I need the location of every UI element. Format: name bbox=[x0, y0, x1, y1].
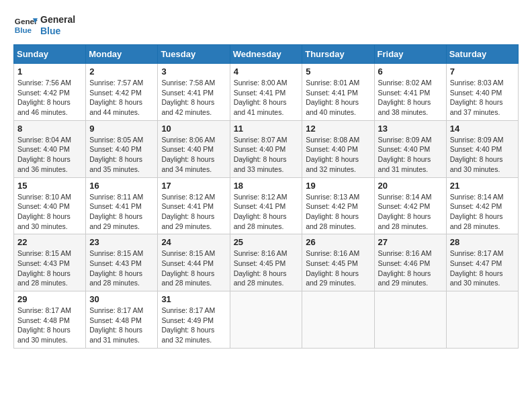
calendar-day-cell: 18Sunrise: 8:12 AM Sunset: 4:41 PM Dayli… bbox=[230, 177, 302, 234]
calendar-day-cell: 1Sunrise: 7:56 AM Sunset: 4:42 PM Daylig… bbox=[14, 64, 86, 121]
day-info: Sunrise: 8:16 AM Sunset: 4:45 PM Dayligh… bbox=[234, 248, 299, 288]
day-number: 21 bbox=[450, 181, 515, 191]
day-info: Sunrise: 8:14 AM Sunset: 4:42 PM Dayligh… bbox=[450, 192, 515, 232]
day-number: 18 bbox=[234, 181, 299, 191]
day-info: Sunrise: 8:04 AM Sunset: 4:40 PM Dayligh… bbox=[17, 135, 82, 175]
calendar-table: SundayMondayTuesdayWednesdayThursdayFrid… bbox=[13, 44, 519, 349]
day-info: Sunrise: 8:10 AM Sunset: 4:40 PM Dayligh… bbox=[17, 192, 82, 232]
calendar-day-cell: 27Sunrise: 8:16 AM Sunset: 4:46 PM Dayli… bbox=[374, 234, 446, 291]
day-info: Sunrise: 8:12 AM Sunset: 4:41 PM Dayligh… bbox=[234, 192, 299, 232]
svg-text:General: General bbox=[15, 17, 38, 26]
calendar-day-cell: 28Sunrise: 8:17 AM Sunset: 4:47 PM Dayli… bbox=[446, 234, 518, 291]
calendar-day-cell: 7Sunrise: 8:03 AM Sunset: 4:40 PM Daylig… bbox=[446, 64, 518, 121]
day-info: Sunrise: 8:16 AM Sunset: 4:46 PM Dayligh… bbox=[378, 248, 443, 288]
day-info: Sunrise: 8:06 AM Sunset: 4:40 PM Dayligh… bbox=[161, 135, 226, 175]
calendar-day-cell: 23Sunrise: 8:15 AM Sunset: 4:43 PM Dayli… bbox=[86, 234, 158, 291]
day-info: Sunrise: 8:14 AM Sunset: 4:42 PM Dayligh… bbox=[378, 192, 443, 232]
calendar-day-cell: 24Sunrise: 8:15 AM Sunset: 4:44 PM Dayli… bbox=[158, 234, 230, 291]
day-info: Sunrise: 7:57 AM Sunset: 4:42 PM Dayligh… bbox=[89, 78, 154, 118]
day-number: 28 bbox=[450, 237, 515, 247]
day-number: 16 bbox=[89, 181, 154, 191]
day-info: Sunrise: 8:17 AM Sunset: 4:48 PM Dayligh… bbox=[89, 306, 154, 345]
day-number: 12 bbox=[306, 124, 370, 134]
calendar-week-row: 8Sunrise: 8:04 AM Sunset: 4:40 PM Daylig… bbox=[14, 120, 519, 177]
day-info: Sunrise: 7:56 AM Sunset: 4:42 PM Dayligh… bbox=[17, 78, 82, 118]
weekday-header-row: SundayMondayTuesdayWednesdayThursdayFrid… bbox=[14, 45, 519, 64]
weekday-header: Sunday bbox=[14, 45, 86, 64]
day-number: 29 bbox=[17, 294, 82, 304]
calendar-day-cell: 9Sunrise: 8:05 AM Sunset: 4:40 PM Daylig… bbox=[86, 120, 158, 177]
day-number: 10 bbox=[161, 124, 226, 134]
day-number: 22 bbox=[17, 237, 82, 247]
svg-text:Blue: Blue bbox=[15, 26, 32, 34]
day-info: Sunrise: 8:15 AM Sunset: 4:44 PM Dayligh… bbox=[161, 248, 226, 288]
logo-general: General bbox=[40, 14, 75, 26]
day-number: 19 bbox=[306, 181, 370, 191]
calendar-day-cell: 17Sunrise: 8:12 AM Sunset: 4:41 PM Dayli… bbox=[158, 177, 230, 234]
calendar-day-cell: 22Sunrise: 8:15 AM Sunset: 4:43 PM Dayli… bbox=[14, 234, 86, 291]
day-info: Sunrise: 8:02 AM Sunset: 4:41 PM Dayligh… bbox=[378, 78, 443, 118]
calendar-week-row: 22Sunrise: 8:15 AM Sunset: 4:43 PM Dayli… bbox=[14, 234, 519, 291]
day-number: 1 bbox=[17, 66, 82, 77]
calendar-week-row: 29Sunrise: 8:17 AM Sunset: 4:48 PM Dayli… bbox=[14, 291, 519, 349]
day-number: 6 bbox=[378, 66, 443, 77]
page-header: General Blue General Blue bbox=[13, 13, 519, 38]
weekday-header: Tuesday bbox=[158, 45, 230, 64]
calendar-week-row: 1Sunrise: 7:56 AM Sunset: 4:42 PM Daylig… bbox=[14, 64, 519, 121]
day-number: 30 bbox=[89, 294, 154, 304]
calendar-day-cell bbox=[374, 291, 446, 349]
calendar-day-cell bbox=[446, 291, 518, 349]
day-info: Sunrise: 8:00 AM Sunset: 4:41 PM Dayligh… bbox=[234, 78, 299, 118]
logo-icon: General Blue bbox=[13, 13, 38, 38]
calendar-day-cell: 30Sunrise: 8:17 AM Sunset: 4:48 PM Dayli… bbox=[86, 291, 158, 349]
day-number: 24 bbox=[161, 237, 226, 247]
calendar-day-cell: 6Sunrise: 8:02 AM Sunset: 4:41 PM Daylig… bbox=[374, 64, 446, 121]
day-number: 4 bbox=[234, 66, 299, 77]
day-number: 3 bbox=[161, 66, 226, 77]
calendar-day-cell: 12Sunrise: 8:08 AM Sunset: 4:40 PM Dayli… bbox=[302, 120, 374, 177]
day-number: 9 bbox=[89, 124, 154, 134]
calendar-day-cell: 2Sunrise: 7:57 AM Sunset: 4:42 PM Daylig… bbox=[86, 64, 158, 121]
day-info: Sunrise: 8:15 AM Sunset: 4:43 PM Dayligh… bbox=[89, 248, 154, 288]
day-number: 7 bbox=[450, 66, 515, 77]
calendar-day-cell: 31Sunrise: 8:17 AM Sunset: 4:49 PM Dayli… bbox=[158, 291, 230, 349]
calendar-day-cell: 8Sunrise: 8:04 AM Sunset: 4:40 PM Daylig… bbox=[14, 120, 86, 177]
day-info: Sunrise: 8:09 AM Sunset: 4:40 PM Dayligh… bbox=[450, 135, 515, 175]
calendar-day-cell: 11Sunrise: 8:07 AM Sunset: 4:40 PM Dayli… bbox=[230, 120, 302, 177]
weekday-header: Wednesday bbox=[230, 45, 302, 64]
calendar-day-cell: 25Sunrise: 8:16 AM Sunset: 4:45 PM Dayli… bbox=[230, 234, 302, 291]
day-info: Sunrise: 8:11 AM Sunset: 4:41 PM Dayligh… bbox=[89, 192, 154, 232]
weekday-header: Monday bbox=[86, 45, 158, 64]
weekday-header: Thursday bbox=[302, 45, 374, 64]
calendar-day-cell: 4Sunrise: 8:00 AM Sunset: 4:41 PM Daylig… bbox=[230, 64, 302, 121]
day-info: Sunrise: 8:12 AM Sunset: 4:41 PM Dayligh… bbox=[161, 192, 226, 232]
calendar-day-cell: 26Sunrise: 8:16 AM Sunset: 4:45 PM Dayli… bbox=[302, 234, 374, 291]
calendar-day-cell: 15Sunrise: 8:10 AM Sunset: 4:40 PM Dayli… bbox=[14, 177, 86, 234]
calendar-day-cell: 21Sunrise: 8:14 AM Sunset: 4:42 PM Dayli… bbox=[446, 177, 518, 234]
day-info: Sunrise: 8:17 AM Sunset: 4:47 PM Dayligh… bbox=[450, 248, 515, 288]
calendar-day-cell: 29Sunrise: 8:17 AM Sunset: 4:48 PM Dayli… bbox=[14, 291, 86, 349]
calendar-day-cell: 10Sunrise: 8:06 AM Sunset: 4:40 PM Dayli… bbox=[158, 120, 230, 177]
day-number: 5 bbox=[306, 66, 370, 77]
day-info: Sunrise: 8:07 AM Sunset: 4:40 PM Dayligh… bbox=[234, 135, 299, 175]
calendar-week-row: 15Sunrise: 8:10 AM Sunset: 4:40 PM Dayli… bbox=[14, 177, 519, 234]
logo: General Blue General Blue bbox=[13, 13, 75, 38]
calendar-day-cell: 20Sunrise: 8:14 AM Sunset: 4:42 PM Dayli… bbox=[374, 177, 446, 234]
weekday-header: Saturday bbox=[446, 45, 518, 64]
calendar-day-cell: 5Sunrise: 8:01 AM Sunset: 4:41 PM Daylig… bbox=[302, 64, 374, 121]
day-number: 11 bbox=[234, 124, 299, 134]
day-info: Sunrise: 7:58 AM Sunset: 4:41 PM Dayligh… bbox=[161, 78, 226, 118]
calendar-day-cell: 14Sunrise: 8:09 AM Sunset: 4:40 PM Dayli… bbox=[446, 120, 518, 177]
day-number: 15 bbox=[17, 181, 82, 191]
calendar-day-cell: 19Sunrise: 8:13 AM Sunset: 4:42 PM Dayli… bbox=[302, 177, 374, 234]
calendar-day-cell: 3Sunrise: 7:58 AM Sunset: 4:41 PM Daylig… bbox=[158, 64, 230, 121]
day-number: 14 bbox=[450, 124, 515, 134]
day-number: 20 bbox=[378, 181, 443, 191]
day-number: 13 bbox=[378, 124, 443, 134]
day-info: Sunrise: 8:01 AM Sunset: 4:41 PM Dayligh… bbox=[306, 78, 370, 118]
day-number: 8 bbox=[17, 124, 82, 134]
day-number: 2 bbox=[89, 66, 154, 77]
day-info: Sunrise: 8:05 AM Sunset: 4:40 PM Dayligh… bbox=[89, 135, 154, 175]
day-info: Sunrise: 8:08 AM Sunset: 4:40 PM Dayligh… bbox=[306, 135, 370, 175]
day-number: 23 bbox=[89, 237, 154, 247]
